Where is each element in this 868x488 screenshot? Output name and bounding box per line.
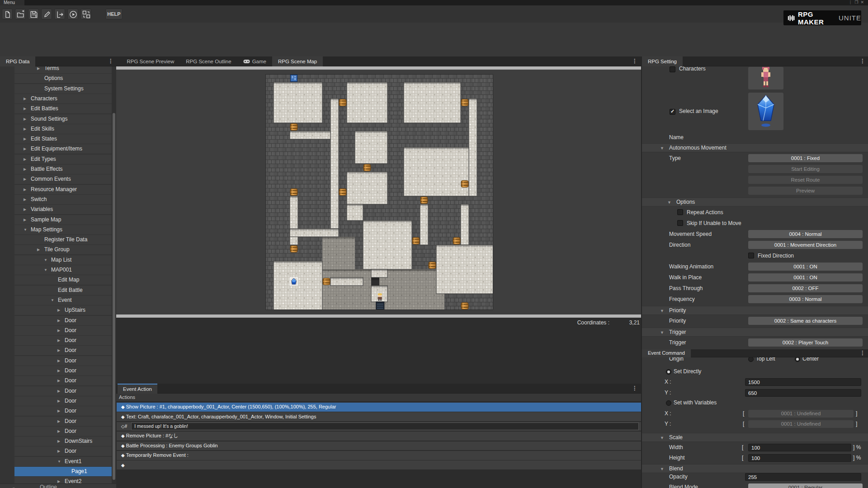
radio-set-with-variables[interactable]	[666, 400, 671, 406]
map-upstairs-sign[interactable]	[291, 75, 297, 82]
sidebar-item-door[interactable]: ▶Door	[14, 406, 112, 416]
message-text-field[interactable]: I messed up! It's a goblin!	[131, 422, 639, 430]
sidebar-item-edit-battles[interactable]: ▶Edit Battles	[14, 104, 112, 114]
sidebar-item-door[interactable]: ▶Door	[14, 446, 112, 456]
sidebar-item-battle-effects[interactable]: ▶Battle Effects	[14, 164, 112, 174]
sidebar-item-event1[interactable]: ▼Event1	[14, 457, 112, 467]
layout-swap-button[interactable]	[80, 9, 91, 19]
sidebar-scrollbar-thumb[interactable]	[113, 113, 115, 480]
event-action-row[interactable]: ◆Show Picture : #1, charaupperbody_001_A…	[117, 403, 642, 412]
sidebar-item-edit-types[interactable]: ▶Edit Types	[14, 155, 112, 164]
event-action-row[interactable]: ◆	[117, 460, 642, 469]
map-barrel-door-event[interactable]	[323, 278, 330, 285]
event-action-row[interactable]: ◆Remove Picture : #なし	[117, 432, 642, 441]
sidebar-item-door[interactable]: ▶Door	[14, 427, 112, 436]
tab-event-command[interactable]: Event Command	[642, 349, 691, 357]
chevron-down-icon[interactable]: ▼	[660, 146, 664, 150]
kebab-icon[interactable]: ⋮	[108, 58, 113, 64]
sidebar-item-map001[interactable]: ▼MAP001	[14, 265, 112, 275]
field-value-button[interactable]: 0002 : OFF	[748, 284, 863, 292]
sidebar-item-options[interactable]: Options	[14, 74, 112, 84]
sidebar-item-upstairs[interactable]: ▶UpStairs	[14, 305, 112, 315]
map-floor-room[interactable]	[461, 204, 469, 245]
sidebar-item-sound-settings[interactable]: ▶Sound Settings	[14, 114, 112, 124]
kebab-icon[interactable]: ⋮	[632, 58, 637, 64]
viewport-scrollbar-top[interactable]	[116, 66, 642, 70]
tab-rpg-scene-map[interactable]: RPG Scene Map	[272, 56, 323, 66]
variable-button[interactable]: 0001 : Undefined	[748, 410, 854, 418]
map-doorway-tile[interactable]	[371, 277, 379, 286]
checkbox[interactable]	[677, 220, 683, 226]
sidebar-item-edit-equipment-items[interactable]: ▶Edit Equipment/Items	[14, 144, 112, 154]
kebab-icon[interactable]: ⋮	[860, 58, 865, 64]
map-barrel-door-event[interactable]	[290, 189, 297, 196]
tab-rpg-setting[interactable]: RPG Setting	[642, 56, 683, 66]
map-floor-room[interactable]	[404, 147, 469, 196]
sidebar-item-switch[interactable]: ▶Switch	[14, 195, 112, 205]
sidebar-item-door[interactable]: ▶Door	[14, 326, 112, 336]
map-barrel-door-event[interactable]	[461, 181, 468, 188]
field-value-button[interactable]: 0001 : ON	[748, 273, 863, 282]
sidebar-item-tile-group[interactable]: ▶Tile Group	[14, 245, 112, 255]
tab-rpg-scene-preview[interactable]: RPG Scene Preview	[121, 56, 180, 66]
tab-rpg-scene-outline[interactable]: RPG Scene Outline	[180, 56, 237, 66]
sidebar-item-page1[interactable]: Page1	[14, 467, 112, 477]
checkbox[interactable]	[748, 253, 754, 258]
select-image-checkbox[interactable]	[670, 109, 675, 115]
sidebar-item-system-settings[interactable]: System Settings	[14, 84, 112, 94]
sidebar-item-door[interactable]: ▶Door	[14, 356, 112, 366]
sidebar-item-map-list[interactable]: ▼Map List	[14, 255, 112, 265]
field-value-button[interactable]: 0004 : Normal	[748, 230, 863, 238]
sidebar-item-door[interactable]: ▶Door	[14, 376, 112, 386]
tile-map[interactable]	[265, 74, 493, 310]
map-floor-room[interactable]	[347, 172, 387, 204]
map-barrel-door-event[interactable]	[461, 303, 468, 310]
map-floor-room[interactable]	[274, 82, 322, 123]
crystal-image[interactable]	[748, 93, 783, 130]
sidebar-item-map-settings[interactable]: ▼Map Settings	[14, 225, 112, 235]
map-floor-medium[interactable]	[322, 237, 355, 269]
kebab-icon[interactable]: ⋮	[860, 350, 865, 356]
map-barrel-door-event[interactable]	[339, 189, 346, 196]
sidebar-item-edit-map[interactable]: Edit Map	[14, 275, 112, 285]
open-project-button[interactable]	[15, 9, 26, 19]
character-portrait[interactable]	[748, 67, 783, 89]
field-value-button[interactable]: 0001 : Regular	[748, 483, 863, 488]
sidebar-item-door[interactable]: ▶Door	[14, 316, 112, 326]
play-button[interactable]	[67, 9, 78, 19]
map-floor-room[interactable]	[469, 99, 477, 196]
map-downstairs-tile[interactable]	[376, 302, 384, 310]
sidebar-item-edit-skills[interactable]: ▶Edit Skills	[14, 124, 112, 134]
sidebar-item-door[interactable]: ▶Door	[14, 346, 112, 356]
map-floor-room[interactable]	[355, 131, 387, 164]
window-controls[interactable]: ⋮❐✕	[848, 0, 866, 5]
outline-bar[interactable]: ▾ Outline	[0, 483, 116, 488]
tab-event-action[interactable]: Event Action	[118, 384, 157, 394]
sidebar-item-terms[interactable]: ▶Terms	[14, 66, 112, 74]
map-barrel-door-event[interactable]	[420, 197, 428, 204]
scene-map-viewport[interactable]	[116, 66, 642, 318]
sidebar-item-door[interactable]: ▶Door	[14, 396, 112, 406]
sidebar-item-door[interactable]: ▶Door	[14, 386, 112, 396]
sidebar-item-door[interactable]: ▶Door	[14, 417, 112, 427]
chevron-down-icon[interactable]: ▼	[660, 467, 664, 471]
map-floor-room[interactable]	[363, 221, 412, 269]
radio-set-directly[interactable]	[666, 369, 671, 375]
kebab-icon[interactable]: ⋮	[632, 385, 637, 391]
map-barrel-door-event[interactable]	[412, 238, 420, 244]
map-barrel-door-event[interactable]	[290, 246, 297, 253]
sidebar-item-register-tile-data[interactable]: Register Tile Data	[14, 235, 112, 245]
sidebar-item-door[interactable]: ▶Door	[14, 336, 112, 346]
chevron-down-icon[interactable]: ▼	[660, 436, 664, 440]
event-action-row[interactable]: ◆Temporarily Remove Event :	[117, 451, 642, 460]
event-action-row[interactable]: ◆Text: Craft, charaface_001_Actor, chara…	[117, 412, 642, 421]
map-barrel-door-event[interactable]	[363, 164, 371, 171]
map-floor-room[interactable]	[290, 196, 298, 245]
window-icon[interactable]: ❐	[854, 0, 860, 5]
field-value-button[interactable]: 0001 : Fixed	[748, 154, 863, 162]
text-input[interactable]: 1500	[745, 378, 861, 386]
field-value-button[interactable]: 0001 : Movement Direction	[748, 241, 863, 249]
sidebar-item-event[interactable]: ▼Event	[14, 296, 112, 305]
checkbox[interactable]	[677, 209, 683, 215]
field-value-button[interactable]: 0002 : Player Touch	[748, 338, 863, 347]
